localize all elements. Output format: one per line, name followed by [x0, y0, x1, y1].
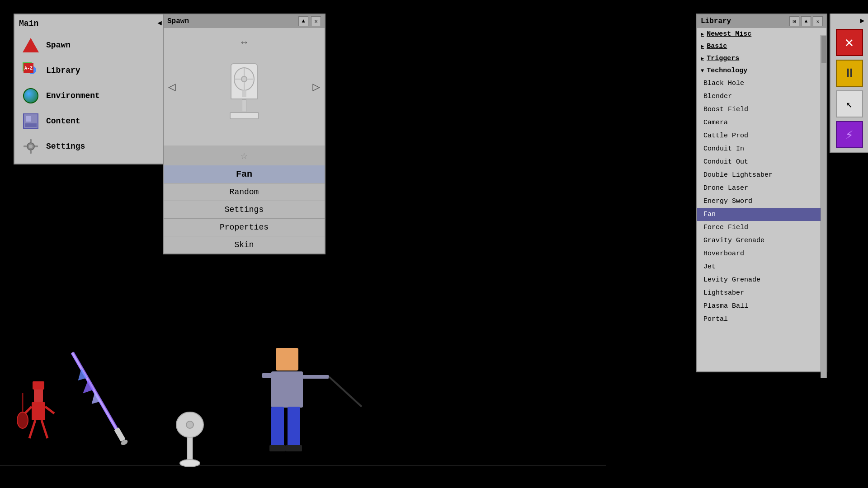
lib-item-conduit-in[interactable]: Conduit In — [697, 142, 826, 155]
lib-item-hoverboard[interactable]: Hoverboard — [697, 247, 826, 260]
right-sidebar-collapse[interactable]: ► — [860, 17, 864, 25]
environment-icon — [22, 87, 40, 105]
sidebar-item-environment[interactable]: Environment — [19, 83, 162, 108]
svg-marker-24 — [87, 392, 101, 406]
lib-item-jet[interactable]: Jet — [697, 260, 826, 273]
svg-rect-31 — [276, 348, 298, 371]
triggers-arrow: ▶ — [701, 55, 704, 62]
svg-rect-10 — [242, 90, 246, 97]
svg-point-30 — [180, 460, 200, 467]
lib-item-drone-laser[interactable]: Drone Laser — [697, 182, 826, 195]
svg-rect-13 — [34, 389, 43, 402]
svg-line-35 — [329, 377, 362, 407]
svg-rect-32 — [271, 371, 303, 408]
sidebar-item-content-label: Content — [46, 117, 80, 126]
lib-item-cattle-prod[interactable]: Cattle Prod — [697, 129, 826, 142]
spawn-window: Spawn ▲ ✕ ↔ ◁ ▷ ☆ Fan Random — [163, 14, 326, 254]
lib-item-lightsaber[interactable]: Lightsaber — [697, 286, 826, 300]
spawn-item-name: Fan — [164, 165, 325, 183]
content-icon — [22, 112, 40, 130]
library-category-technology[interactable]: ▼ Technology — [697, 65, 826, 77]
library-titlebar: Library ⊡ ▲ ✕ — [697, 14, 826, 28]
spawn-next-button[interactable]: ▷ — [312, 79, 320, 94]
sidebar-item-spawn[interactable]: Spawn — [19, 33, 162, 58]
sidebar-item-settings-label: Settings — [46, 142, 85, 151]
spawn-title: Spawn — [167, 17, 189, 25]
svg-rect-34 — [302, 375, 329, 379]
sidebar-item-library[interactable]: A-Z Library — [19, 58, 162, 83]
newest-misc-arrow: ▶ — [701, 31, 704, 38]
library-category-basic[interactable]: ▶ Basic — [697, 40, 826, 52]
lib-item-gravity-grenade[interactable]: Gravity Grenade — [697, 234, 826, 247]
lib-item-fan[interactable]: Fan — [697, 208, 826, 221]
pause-icon: ⏸ — [843, 66, 856, 81]
library-category-newest-misc[interactable]: ▶ Newest Misc — [697, 28, 826, 40]
main-panel-collapse[interactable]: ◄ — [157, 19, 162, 28]
close-button[interactable]: ✕ — [836, 29, 863, 56]
svg-rect-36 — [271, 407, 284, 447]
basic-arrow: ▶ — [701, 43, 704, 50]
svg-point-26 — [120, 439, 129, 446]
lib-item-blender[interactable]: Blender — [697, 90, 826, 103]
spawn-prev-button[interactable]: ◁ — [168, 79, 176, 94]
library-list: ▶ Newest Misc ▶ Basic ▶ Triggers ▼ Techn… — [697, 28, 826, 371]
spawn-settings-button[interactable]: Settings — [164, 201, 325, 218]
lib-item-energy-sword[interactable]: Energy Sword — [697, 195, 826, 208]
svg-point-9 — [241, 76, 247, 82]
lib-item-double-lightsaber[interactable]: Double Lightsaber — [697, 169, 826, 182]
svg-point-18 — [17, 412, 28, 428]
main-panel-title: Main — [19, 19, 38, 28]
spawn-resize-arrow: ↔ — [241, 37, 247, 48]
main-panel: Main ◄ Spawn A-Z Library Environment — [14, 14, 167, 164]
sidebar-item-settings[interactable]: Settings — [19, 134, 162, 159]
spawn-skin-button[interactable]: Skin — [164, 236, 325, 253]
svg-rect-3 — [30, 150, 32, 154]
lib-item-conduit-out[interactable]: Conduit Out — [697, 155, 826, 169]
lib-item-black-hole[interactable]: Black Hole — [697, 77, 826, 90]
spawn-star-icon: ☆ — [241, 149, 248, 163]
lib-item-camera[interactable]: Camera — [697, 116, 826, 129]
lib-item-portal[interactable]: Portal — [697, 313, 826, 326]
spawn-titlebar: Spawn ▲ ✕ — [164, 14, 325, 28]
lib-item-plasma-ball[interactable]: Plasma Ball — [697, 300, 826, 313]
settings-icon — [22, 137, 40, 155]
triggers-label: Triggers — [707, 55, 739, 62]
svg-line-17 — [42, 420, 47, 438]
technology-arrow: ▼ — [701, 68, 704, 74]
spawn-preview: ↔ ◁ ▷ — [164, 28, 325, 145]
library-close-button[interactable]: ✕ — [813, 16, 823, 26]
svg-rect-29 — [187, 437, 193, 460]
spawn-properties-button[interactable]: Properties — [164, 218, 325, 236]
library-scroll-thumb[interactable] — [821, 36, 827, 63]
svg-line-15 — [45, 407, 54, 413]
svg-rect-38 — [269, 445, 286, 451]
svg-point-27 — [176, 412, 203, 437]
lib-item-force-field[interactable]: Force Field — [697, 221, 826, 234]
svg-rect-33 — [262, 373, 272, 378]
library-scrollbar[interactable] — [821, 35, 827, 378]
library-category-triggers[interactable]: ▶ Triggers — [697, 52, 826, 65]
svg-rect-20 — [33, 381, 44, 389]
library-pin-button[interactable]: ⊡ — [789, 16, 799, 26]
sidebar-item-content[interactable]: Content — [19, 108, 162, 134]
svg-marker-23 — [78, 380, 94, 395]
svg-rect-37 — [288, 407, 300, 447]
library-panel: Library ⊡ ▲ ✕ ▶ Newest Misc ▶ Basic ▶ Tr… — [696, 14, 827, 372]
library-window-controls: ⊡ ▲ ✕ — [789, 16, 823, 26]
library-minimize-button[interactable]: ▲ — [801, 16, 811, 26]
game-scene — [0, 307, 606, 488]
cursor-button[interactable]: ↖ — [836, 90, 863, 117]
lib-item-levity-grenade[interactable]: Levity Grenade — [697, 273, 826, 286]
lightning-icon: ⚡ — [845, 127, 853, 143]
lightning-button[interactable]: ⚡ — [836, 121, 863, 148]
spawn-random-button[interactable]: Random — [164, 183, 325, 201]
pause-button[interactable]: ⏸ — [836, 60, 863, 87]
svg-line-14 — [23, 407, 32, 416]
sidebar-item-library-label: Library — [46, 66, 80, 75]
spawn-close-button[interactable]: ✕ — [311, 16, 321, 26]
svg-rect-5 — [35, 145, 38, 147]
lib-item-boost-field[interactable]: Boost Field — [697, 103, 826, 116]
spawn-minimize-button[interactable]: ▲ — [298, 16, 308, 26]
svg-marker-22 — [74, 368, 87, 383]
basic-label: Basic — [707, 42, 727, 50]
